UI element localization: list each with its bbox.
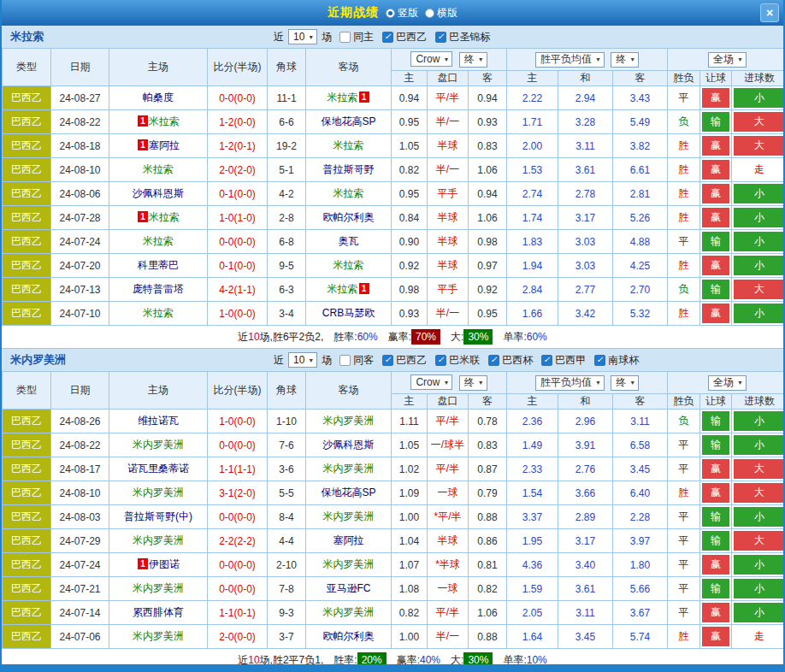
- home-team-cell: 米拉索: [109, 302, 208, 326]
- match-row: 巴西乙24-07-13庞特普雷塔4-2(1-1)6-3米拉索10.98平手0.9…: [3, 278, 785, 302]
- result-pill: 大: [734, 483, 785, 503]
- avg-final-select[interactable]: 终▼: [611, 375, 639, 391]
- match-row: 巴西乙24-08-06沙佩科恩斯0-1(0-0)4-2米拉索0.95平手0.94…: [3, 182, 785, 206]
- bottom-border-bar: [2, 664, 783, 672]
- scope-header-cell: 全场▼: [668, 372, 785, 394]
- match-count-select[interactable]: 10 ▼: [288, 352, 317, 368]
- home-team-cell: 米内罗美洲: [109, 529, 208, 553]
- handicap-line-cell: *半球: [428, 553, 469, 577]
- home-odds-cell: 1.09: [392, 481, 428, 505]
- away-odds-cell: 1.06: [469, 601, 507, 625]
- corner-cell: 9-5: [268, 254, 306, 278]
- match-count-select[interactable]: 10 ▼: [288, 29, 317, 44]
- result-pill: 输: [702, 531, 729, 551]
- odds-final-select[interactable]: 终▼: [459, 52, 487, 68]
- team-name-label: 保地花高SP: [321, 486, 375, 498]
- league-type-cell: 巴西乙: [3, 302, 51, 326]
- filter-checkbox[interactable]: 同主: [339, 30, 374, 44]
- avg-away-cell: 2.70: [613, 278, 668, 302]
- home-odds-cell: 0.90: [392, 230, 428, 254]
- corner-cell: 9-3: [268, 601, 306, 625]
- checkbox-checked-icon: [435, 32, 446, 43]
- filter-bar: 近 10 ▼ 场 同主巴西乙巴圣锦标: [274, 29, 490, 44]
- match-date-cell: 24-07-24: [51, 553, 109, 577]
- filter-checkbox[interactable]: 巴米联: [435, 353, 480, 368]
- titlebar-center: 近期战绩 竖版 横版: [2, 0, 783, 26]
- avg-home-cell: 1.83: [507, 230, 558, 254]
- vertical-layout-radio[interactable]: 竖版: [386, 6, 418, 21]
- league-type-cell: 巴西乙: [3, 433, 51, 457]
- home-odds-cell: 1.08: [392, 577, 428, 601]
- team-name-label: 沙佩科恩斯: [133, 187, 184, 199]
- handicap-result-cell: 输: [700, 505, 732, 529]
- team-name-label: 累西腓体育: [133, 606, 184, 618]
- avg-type-select[interactable]: 胜平负均值▼: [535, 52, 605, 68]
- match-date-cell: 24-07-06: [51, 625, 109, 649]
- league-type-cell: 巴西乙: [3, 254, 51, 278]
- subcol-goals: 进球数: [732, 71, 785, 86]
- away-team-cell: 亚马逊FC: [306, 577, 392, 601]
- away-odds-cell: 0.78: [469, 410, 507, 433]
- home-team-cell: 沙佩科恩斯: [109, 182, 208, 206]
- filter-checkbox[interactable]: 南球杯: [594, 353, 639, 368]
- near-label: 近: [274, 30, 284, 44]
- chevron-down-icon: ▼: [629, 380, 635, 386]
- avg-type-select[interactable]: 胜平负均值▼: [535, 375, 605, 391]
- filter-checkbox[interactable]: 巴西乙: [382, 30, 427, 44]
- rank-badge: 1: [359, 91, 369, 103]
- avg-draw-cell: 3.61: [558, 158, 613, 182]
- corner-cell: 19-2: [268, 134, 306, 158]
- avg-away-cell: 3.82: [613, 134, 668, 158]
- home-team-cell: 累西腓体育: [109, 601, 208, 625]
- checkbox-label: 巴西杯: [502, 353, 533, 368]
- handicap-line-cell: *平/半: [428, 505, 469, 529]
- scope-select[interactable]: 全场▼: [708, 52, 747, 68]
- away-odds-cell: 0.87: [469, 457, 507, 481]
- subcol-odds-home: 主: [392, 71, 428, 86]
- close-button[interactable]: ×: [760, 3, 779, 22]
- radio-label: 竖版: [398, 6, 418, 21]
- avg-draw-cell: 2.76: [558, 457, 613, 481]
- matches-table: 类型 日期 主场 比分(半场) 角球 客场 Crow▼ 终▼ 胜平负均值▼ 终▼…: [2, 371, 785, 649]
- league-type-cell: 巴西乙: [3, 457, 51, 481]
- result-pill: 小: [734, 603, 785, 622]
- match-date-cell: 24-07-13: [51, 278, 109, 302]
- team-name-label: 米拉索: [143, 163, 174, 175]
- league-type-cell: 巴西乙: [3, 158, 51, 182]
- scope-select[interactable]: 全场▼: [708, 375, 747, 391]
- odds-final-value: 终: [464, 375, 475, 390]
- avg-draw-cell: 3.61: [558, 577, 613, 601]
- handicap-line-cell: 半球: [428, 254, 469, 278]
- filter-checkbox[interactable]: 巴西甲: [541, 353, 586, 368]
- filter-checkbox[interactable]: 巴圣锦标: [435, 30, 490, 44]
- corner-cell: 6-3: [268, 278, 306, 302]
- odds-final-select[interactable]: 终▼: [459, 375, 487, 391]
- handicap-line-cell: 平/半: [428, 457, 469, 481]
- filter-checkbox[interactable]: 巴西杯: [488, 353, 533, 368]
- odds-company-select[interactable]: Crow▼: [410, 374, 452, 390]
- chevron-down-icon: ▼: [629, 56, 635, 62]
- avg-final-select[interactable]: 终▼: [611, 52, 639, 68]
- summary-record: 场,胜6平2负2,: [260, 331, 324, 343]
- summary-prefix: 近: [238, 331, 248, 343]
- games-label: 场: [322, 30, 332, 44]
- avg-draw-cell: 3.42: [558, 302, 613, 326]
- team-name-label: 普拉斯哥野(中): [124, 510, 192, 522]
- recent-results-window: 近期战绩 竖版 横版 × 米拉索 近 10 ▼ 场 同主巴西乙巴圣锦标: [0, 0, 785, 672]
- summary-count: 10: [248, 331, 259, 343]
- filter-checkbox[interactable]: 巴西乙: [382, 353, 427, 368]
- home-odds-cell: 0.93: [392, 302, 428, 326]
- horizontal-layout-radio[interactable]: 横版: [425, 6, 457, 21]
- goals-result-cell: 小: [732, 505, 785, 529]
- odds-company-select[interactable]: Crow▼: [410, 51, 452, 67]
- chevron-down-icon: ▼: [443, 56, 449, 62]
- handicap-result-cell: 赢: [700, 601, 732, 625]
- league-filter-checkboxes: 同主巴西乙巴圣锦标: [339, 30, 490, 44]
- result-pill: 赢: [702, 88, 729, 108]
- filter-checkbox[interactable]: 同客: [339, 353, 374, 368]
- team-name-label: 米内罗美洲: [133, 486, 184, 498]
- match-date-cell: 24-07-29: [51, 529, 109, 553]
- checkbox-label: 同主: [353, 30, 374, 44]
- rank-badge: 1: [359, 283, 369, 294]
- away-odds-cell: 0.81: [469, 553, 507, 577]
